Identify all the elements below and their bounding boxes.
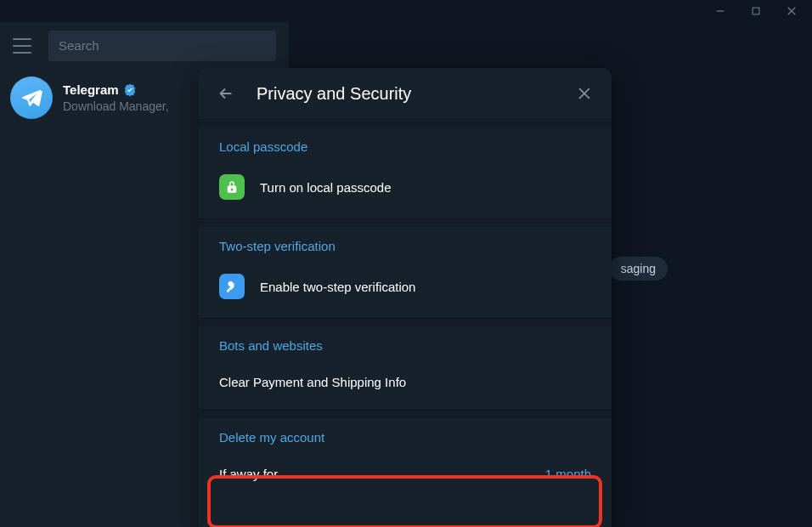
item-label: If away for... (219, 467, 530, 481)
item-label: Enable two-step verification (260, 280, 591, 294)
back-button[interactable] (216, 83, 236, 104)
search-input[interactable] (59, 38, 266, 53)
section-header: Local passcode (219, 139, 591, 154)
window-titlebar (0, 0, 812, 22)
item-label: Clear Payment and Shipping Info (219, 375, 591, 389)
hamburger-menu-icon[interactable] (13, 38, 31, 54)
section-header: Delete my account (219, 430, 591, 445)
svg-rect-1 (753, 8, 759, 14)
section-header: Bots and websites (219, 338, 591, 353)
section-two-step: Two-step verification Enable two-step ve… (199, 227, 612, 318)
section-local-passcode: Local passcode Turn on local passcode (199, 128, 612, 218)
telegram-avatar (10, 76, 53, 119)
modal-title: Privacy and Security (257, 84, 554, 104)
enable-two-step-item[interactable]: Enable two-step verification (219, 267, 591, 306)
section-delete-account: Delete my account If away for... 1 month (199, 418, 612, 502)
window-close-button[interactable] (787, 6, 797, 16)
minimize-button[interactable] (715, 6, 725, 16)
item-value: 1 month (545, 467, 591, 481)
maximize-button[interactable] (751, 6, 761, 16)
lock-icon (219, 174, 245, 200)
turn-on-local-passcode-item[interactable]: Turn on local passcode (219, 167, 591, 207)
clear-payment-info-item[interactable]: Clear Payment and Shipping Info (219, 366, 591, 398)
background-pill: saging (609, 257, 668, 280)
section-bots: Bots and websites Clear Payment and Ship… (199, 326, 612, 410)
verified-icon (123, 83, 137, 97)
modal-header: Privacy and Security (199, 68, 612, 119)
key-icon (219, 274, 245, 299)
item-label: Turn on local passcode (260, 180, 591, 195)
if-away-for-item[interactable]: If away for... 1 month (219, 458, 591, 490)
settings-modal: Privacy and Security Local passcode Turn… (199, 68, 612, 527)
search-box[interactable] (48, 31, 276, 61)
close-button[interactable] (574, 83, 595, 104)
section-header: Two-step verification (219, 239, 591, 253)
